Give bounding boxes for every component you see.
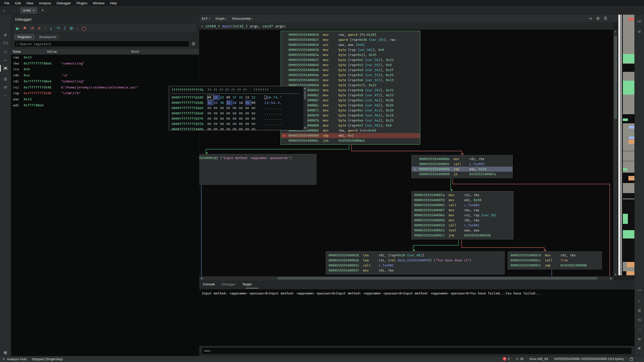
register-list-menu-icon[interactable]: ☰ (191, 41, 196, 47)
breakpoint-icon[interactable]: ● (283, 133, 288, 138)
tab-target[interactable]: Target (242, 282, 251, 286)
split-view-icon[interactable]: ⧉ (597, 16, 599, 21)
instruction-line[interactable]: 0000555555400844movbyte [rsp+0x3 {var_55… (281, 63, 420, 68)
console-input[interactable]: >>> (202, 347, 632, 354)
instruction-line[interactable]: 0000555555400853movbyte [rsp+0x6 {var_52… (281, 78, 420, 83)
quotes-icon[interactable]: ”” (635, 289, 644, 294)
instruction-line[interactable]: 000055555540090dmovrdi, rax (412, 218, 513, 223)
tab-a-out[interactable]: a.out ● (20, 7, 37, 14)
disassembly-graph[interactable]: 0000555555400826movrax, qword [fs:0x28]0… (199, 30, 613, 276)
scroll-up-icon[interactable]: ▲ (613, 30, 618, 33)
new-tab-button[interactable]: + (41, 8, 44, 13)
nav-forward-button[interactable]: → (9, 8, 17, 13)
more-panels-icon[interactable]: … (0, 92, 11, 97)
instruction-line[interactable]: 0000555555400902callc_fun004 (412, 203, 513, 208)
instruction-line[interactable]: 000055555540082fmovqword [rsp+0x48 {var_… (281, 37, 420, 42)
graph-node-block-088e[interactable]: 000055555540088emovrdi, rbx0000555555400… (411, 155, 513, 178)
tab-breakpoints[interactable]: Breakpoints (36, 34, 60, 40)
menu-debugger[interactable]: Debugger (54, 1, 74, 6)
instruction-line[interactable]: 0000555555400917jne0x555555400926 (412, 233, 513, 238)
instruction-line[interactable]: 0000555555400937movrdi, rbx (326, 268, 504, 273)
register-row-rdx[interactable]: rdx0xa'\n' (11, 73, 199, 78)
scroll-left-icon[interactable]: ◀ (200, 277, 203, 280)
scroll-down-icon[interactable]: ▼ (303, 126, 307, 130)
register-row-rax[interactable]: rax0x13 (11, 55, 199, 61)
analysis-close-icon[interactable]: ✕ (3, 357, 5, 361)
instruction-line[interactable]: 00005555554008famovrsi, rbx (412, 193, 513, 198)
search-registers-input[interactable]: ⌕ Search registers (14, 41, 189, 47)
report-icon[interactable]: ⚑ (635, 346, 644, 351)
record-button[interactable]: ◯ (82, 26, 86, 31)
resize-grip-icon[interactable]: ⋰ (640, 352, 643, 355)
console-toggle-icon[interactable]: ▣ (0, 350, 11, 355)
menu-analysis[interactable]: Analysis (36, 1, 54, 6)
lock-icon[interactable] (630, 358, 633, 361)
instruction-line[interactable]: 0000555555400899je0x5555554008fa (412, 172, 512, 177)
components-icon[interactable]: ∷ (635, 327, 644, 332)
history-icon[interactable]: ⟲ (635, 318, 644, 322)
graph-node-block-string[interactable]: 5554009c8] {"Input method: <appname> <pa… (199, 154, 316, 185)
refresh-icon[interactable]: ↻ (201, 24, 203, 28)
instruction-line[interactable]: 00005555554008fdmovedi, 0x50 (412, 198, 513, 203)
instruction-line[interactable]: 0000555555400891callc_fun003 (412, 162, 512, 167)
instruction-line[interactable]: 000055555540092blearsi, [rel data_555555… (326, 258, 504, 263)
scroll-up-icon[interactable]: ▲ (303, 87, 307, 90)
instruction-line[interactable]: 0000555555400836movbyte [rsp {var_58}], … (281, 47, 420, 52)
hex-row[interactable]: 00007fffffffd3e80000000000000000........ (172, 111, 307, 116)
instruction-line[interactable]: 0000555555400919movrdi, rbx (508, 253, 602, 258)
cross-references-icon[interactable]: # (0, 33, 11, 38)
menu-view[interactable]: View (23, 1, 36, 6)
types-icon[interactable]: {T} (0, 41, 11, 45)
kill-button[interactable]: ⚑ (23, 26, 26, 31)
debugger-icon[interactable]: Ж (0, 66, 11, 71)
instruction-line[interactable]: 0000555555400849movbyte [rsp+0x4 {var_54… (281, 68, 420, 73)
memory-map-icon[interactable]: ⌖ (0, 58, 11, 63)
register-row-rbx[interactable]: rbx0x7fffffffd8ed"somestring" (11, 61, 199, 67)
instruction-line[interactable]: 0000555555400907movrbx, rax (412, 208, 513, 213)
instruction-line[interactable]: 0000555555400915testeax, eax (412, 228, 513, 233)
instruction-line[interactable]: →0000555555400896cmpeax, 0x1d (412, 167, 512, 172)
instruction-line[interactable]: 0000555555400932callc_fun002 (326, 263, 504, 268)
step-over-button[interactable]: ↷ (57, 26, 60, 31)
tab-console[interactable]: Console (203, 282, 215, 286)
step-into-button[interactable]: ⇣ (49, 26, 53, 31)
instruction-line[interactable]: 000055555540088cjne0x5555554008e2 (281, 138, 420, 143)
menu-help[interactable]: Help (107, 1, 120, 6)
link-icon[interactable]: ∞ (589, 16, 592, 21)
graph-node-block-08fa[interactable]: 00005555554008famovrsi, rbx0000555555400… (411, 191, 513, 239)
hex-row[interactable]: 00007fffffffd4000000000000000000........ (172, 127, 307, 130)
hex-tooltip-scrollbar[interactable]: ▲ ▼ (303, 87, 307, 130)
instruction-line[interactable]: 5554009c8] {"Input method: <appname> <pa… (199, 156, 316, 161)
instruction-line[interactable]: 0000555555400926leardi, [rsp+0x10 {var_4… (326, 253, 504, 258)
scroll-right-icon[interactable]: ▶ (610, 277, 613, 280)
instruction-line[interactable]: 000055555540091ccallfree (508, 258, 602, 263)
il-dropdown[interactable]: Disassembly ▾ (232, 17, 253, 20)
console-output[interactable]: Input method: <appname> <password>Input … (199, 289, 634, 346)
hex-row[interactable]: 00007fffffffd3d0093523093f251322.5#.?%." (172, 95, 307, 100)
layout-dropdown[interactable]: Graph ▾ (215, 17, 227, 20)
instruction-line[interactable]: ●0000555555400889cmpedi, 0x2 (281, 133, 420, 138)
menu-plugins[interactable]: Plugins (74, 1, 90, 6)
instruction-line[interactable]: 0000555555400826movrax, qword [fs:0x28] (281, 32, 420, 37)
error-count[interactable]: ✕ 2 (503, 357, 509, 361)
warning-count[interactable]: ⚠ 28 (516, 357, 524, 361)
graph-vertical-scrollbar[interactable]: ▲ ▼ (613, 30, 618, 276)
instruction-line[interactable]: 000055555540083amovbyte [rsp+0x1], 0x35 (281, 52, 420, 57)
hex-row[interactable]: 00007fffffffd3f00000000000000000........ (172, 116, 307, 121)
settings-button[interactable]: ⚙ (70, 26, 73, 31)
register-row-rdi[interactable]: rdi0x7fffffffd8ed"somestring" (11, 79, 199, 84)
instruction-line[interactable]: 000055555540084emovbyte [rsp+0x5 {var_53… (281, 73, 420, 78)
tags-icon[interactable]: ◇ (0, 49, 11, 54)
layers-top-icon[interactable]: ≋ (635, 29, 644, 34)
menu-edit[interactable]: Edit (12, 1, 23, 6)
register-row-rcx[interactable]: rcx0x0 (11, 67, 199, 72)
resume-button[interactable]: ▶ (16, 26, 19, 31)
scroll-down-icon[interactable]: ▼ (613, 273, 618, 276)
instruction-line[interactable]: 000055555540088emovrdi, rbx (412, 157, 512, 162)
restart-button[interactable]: ↺ (30, 26, 34, 31)
graph-node-block-0919[interactable]: 0000555555400919movrdi, rbx0000555555400… (508, 251, 602, 269)
tab-registers[interactable]: Registers (14, 34, 35, 40)
graph-horizontal-scrollbar[interactable]: ◀ ▶ (199, 276, 613, 280)
nav-back-button[interactable]: ← (0, 8, 9, 13)
feature-map[interactable] (623, 15, 634, 275)
